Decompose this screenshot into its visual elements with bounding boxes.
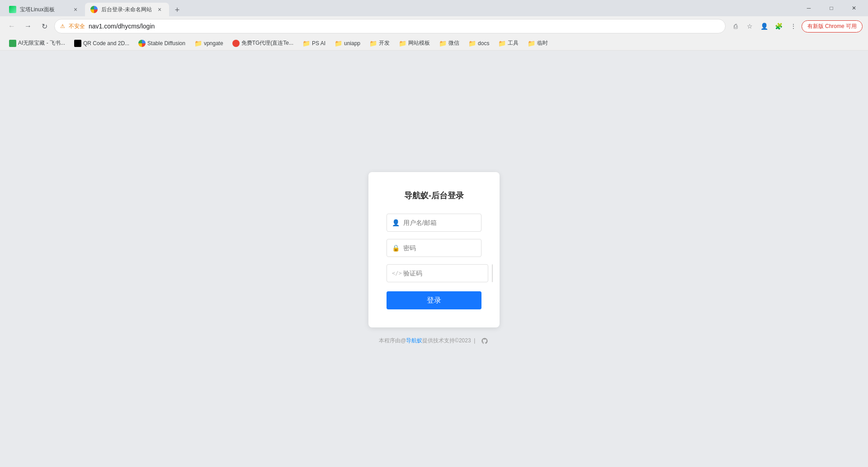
minimize-button[interactable]: ─	[798, 0, 819, 16]
bookmark-item-qr[interactable]: QR Code and 2D...	[71, 39, 133, 48]
bookmark-label-uniapp: uniapp	[344, 40, 360, 47]
bookmark-favicon-uniapp: 📁	[335, 40, 342, 47]
tab-2-close[interactable]: ×	[156, 5, 164, 14]
bookmark-favicon-psai: 📁	[302, 40, 310, 47]
bookmark-item-tg[interactable]: 免费TG代理(直连Te...	[229, 38, 297, 48]
address-bar[interactable]: ⚠ 不安全 nav1.com/dhycms/login	[54, 19, 726, 33]
tabs-area: 宝塔Linux面板 × 后台登录-未命名网站 × +	[4, 0, 795, 16]
code-icon: </>	[392, 270, 402, 276]
bookmark-label-ai: AI无限宝藏 - 飞书...	[18, 39, 65, 47]
browser-chrome: 宝塔Linux面板 × 后台登录-未命名网站 × + ─ □ ✕ ← → ↻ ⚠…	[0, 0, 868, 51]
bookmark-item-wechat[interactable]: 📁 微信	[435, 38, 463, 48]
cast-icon[interactable]: ⎙	[729, 20, 742, 33]
bookmark-label-qr: QR Code and 2D...	[83, 40, 129, 47]
login-title: 导航蚁-后台登录	[387, 190, 481, 201]
new-tab-button[interactable]: +	[171, 4, 184, 16]
lock-icon: 🔒	[392, 244, 400, 252]
bookmark-favicon-qr	[74, 40, 81, 47]
bookmark-favicon-sd	[138, 40, 146, 47]
tab-1-favicon	[9, 6, 16, 13]
bookmark-item-uniapp[interactable]: 📁 uniapp	[331, 39, 364, 48]
back-button[interactable]: ←	[5, 20, 18, 33]
tab-1-title: 宝塔Linux面板	[20, 6, 68, 14]
bookmark-label-vpn: vpngate	[204, 40, 223, 47]
bookmark-label-sd: Stable Diffusion	[147, 40, 185, 47]
bookmark-label-dev: 开发	[379, 39, 390, 47]
security-label: 不安全	[69, 23, 85, 30]
tab-2-favicon	[90, 6, 98, 13]
bookmark-favicon-docs: 📁	[468, 40, 476, 47]
footer-link[interactable]: 导航蚁	[406, 337, 422, 344]
bookmark-label-template: 网站模板	[408, 39, 430, 47]
update-chrome-button[interactable]: 有新版 Chrome 可用	[802, 20, 863, 33]
captcha-group: </> DYYC	[387, 264, 481, 282]
close-button[interactable]: ✕	[844, 0, 864, 16]
bookmark-item-ai[interactable]: AI无限宝藏 - 飞书...	[5, 38, 69, 48]
nav-bar: ← → ↻ ⚠ 不安全 nav1.com/dhycms/login ⎙ ☆ 👤 …	[0, 16, 868, 36]
page-content: 导航蚁-后台登录 👤 🔒 </> DYYC 登录 本程序由@导航蚁提供技术支持©…	[0, 51, 868, 467]
bookmark-item-psai[interactable]: 📁 PS AI	[299, 39, 329, 48]
bookmark-label-tg: 免费TG代理(直连Te...	[241, 39, 293, 47]
page-footer: 本程序由@导航蚁提供技术支持©2023 |	[379, 336, 489, 346]
bookmark-item-dev[interactable]: 📁 开发	[366, 38, 393, 48]
nav-actions: ⎙ ☆ 👤 🧩 ⋮ 有新版 Chrome 可用	[729, 20, 863, 33]
bookmark-favicon-tools: 📁	[498, 40, 506, 47]
username-input[interactable]	[387, 214, 481, 232]
bookmark-label-docs: docs	[478, 40, 489, 47]
captcha-image[interactable]: DYYC	[492, 264, 493, 282]
bookmark-label-psai: PS AI	[312, 40, 326, 47]
password-input[interactable]	[387, 239, 481, 257]
bookmark-item-template[interactable]: 📁 网站模板	[395, 38, 434, 48]
bookmark-label-wechat: 微信	[448, 39, 459, 47]
refresh-button[interactable]: ↻	[38, 20, 51, 33]
login-button[interactable]: 登录	[387, 291, 481, 309]
password-group: 🔒	[387, 239, 481, 257]
tab-2[interactable]: 后台登录-未命名网站 ×	[85, 3, 169, 16]
bookmark-label-temp: 临时	[537, 39, 548, 47]
title-bar: 宝塔Linux面板 × 后台登录-未命名网站 × + ─ □ ✕	[0, 0, 868, 16]
tab-2-title: 后台登录-未命名网站	[101, 6, 152, 14]
bookmarks-bar: AI无限宝藏 - 飞书... QR Code and 2D... Stable …	[0, 36, 868, 51]
menu-icon[interactable]: ⋮	[787, 20, 800, 33]
tab-1-close[interactable]: ×	[71, 5, 80, 14]
captcha-text: DYYC	[492, 268, 493, 279]
window-controls: ─ □ ✕	[798, 0, 864, 16]
forward-button[interactable]: →	[22, 20, 34, 33]
bookmark-item-vpn[interactable]: 📁 vpngate	[191, 39, 227, 48]
extensions-icon[interactable]: 🧩	[773, 20, 785, 33]
bookmark-item-sd[interactable]: Stable Diffusion	[135, 39, 189, 48]
bookmark-favicon-tg	[232, 40, 240, 47]
bookmark-favicon-vpn: 📁	[194, 40, 202, 47]
maximize-button[interactable]: □	[821, 0, 842, 16]
bookmark-item-docs[interactable]: 📁 docs	[465, 39, 493, 48]
bookmark-item-tools[interactable]: 📁 工具	[495, 38, 522, 48]
bookmark-favicon-template: 📁	[399, 40, 406, 47]
tab-1[interactable]: 宝塔Linux面板 ×	[4, 3, 85, 16]
bookmark-favicon-ai	[9, 40, 16, 47]
username-group: 👤	[387, 214, 481, 232]
address-text: nav1.com/dhycms/login	[89, 23, 720, 30]
bookmark-label-tools: 工具	[508, 39, 519, 47]
bookmark-favicon-temp: 📁	[528, 40, 535, 47]
footer-prefix: 本程序由@	[379, 337, 406, 344]
footer-suffix: 提供技术支持©2023	[422, 337, 471, 344]
bookmark-favicon-dev: 📁	[369, 40, 377, 47]
captcha-input[interactable]	[387, 264, 488, 282]
bookmark-favicon-wechat: 📁	[439, 40, 447, 47]
profile-icon[interactable]: 👤	[758, 20, 771, 33]
footer-separator: |	[474, 337, 475, 344]
bookmark-star-icon[interactable]: ☆	[744, 20, 756, 33]
github-icon[interactable]	[480, 336, 489, 346]
security-warning-icon: ⚠	[60, 23, 65, 29]
bookmark-item-temp[interactable]: 📁 临时	[524, 38, 552, 48]
user-icon: 👤	[392, 219, 400, 226]
login-card: 导航蚁-后台登录 👤 🔒 </> DYYC 登录	[368, 172, 500, 327]
